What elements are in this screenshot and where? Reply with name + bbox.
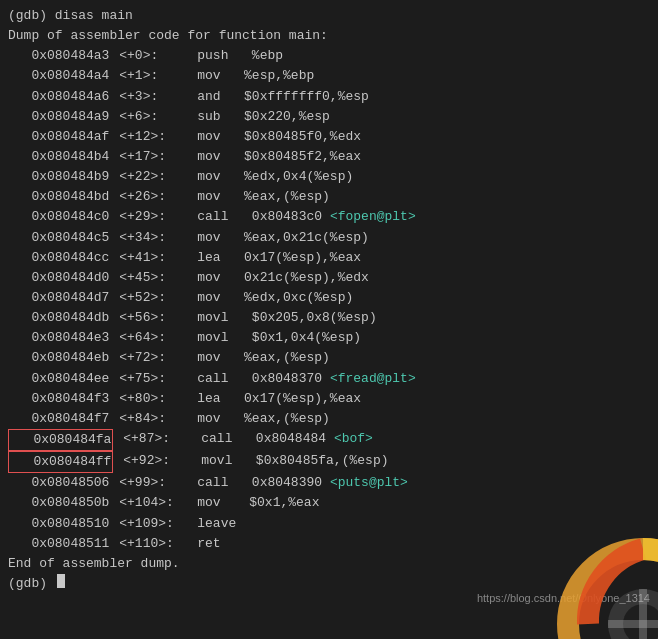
asm-line: 0x080484a3 <+0>: push %ebp <box>8 46 650 66</box>
asm-address: 0x080484eb <box>8 348 109 368</box>
asm-address: 0x080484ff <box>8 451 113 473</box>
asm-operand: $0x80485f2,%eax <box>221 147 361 167</box>
asm-mnemonic: mov <box>166 167 221 187</box>
asm-mnemonic: mov <box>166 348 221 368</box>
asm-mnemonic: leave <box>174 514 236 534</box>
asm-line: 0x080484cc <+41>: lea 0x17(%esp),%eax <box>8 248 650 268</box>
asm-offset: <+64>: <box>111 328 166 348</box>
asm-line: 0x080484af <+12>: mov $0x80485f0,%edx <box>8 127 650 147</box>
asm-operand: %edx,0xc(%esp) <box>221 288 354 308</box>
gdb-command-line: (gdb) disas main <box>8 6 650 26</box>
asm-line: 0x080484ee <+75>: call 0x8048370 <fread@… <box>8 369 650 389</box>
asm-mnemonic: push <box>158 46 228 66</box>
asm-mnemonic: mov <box>166 228 221 248</box>
asm-mnemonic: movl <box>166 328 228 348</box>
prompt-bottom: (gdb) <box>8 574 55 594</box>
asm-mnemonic: mov <box>166 409 221 429</box>
asm-address: 0x08048506 <box>8 473 109 493</box>
asm-offset: <+29>: <box>111 207 166 227</box>
asm-operand-addr: 0x8048390 <box>228 475 322 490</box>
cursor <box>57 574 65 588</box>
asm-operand: $0x1,%eax <box>226 493 320 513</box>
asm-operand-comment: <fread@plt> <box>322 371 416 386</box>
asm-offset: <+84>: <box>111 409 166 429</box>
asm-line: 0x080484b4 <+17>: mov $0x80485f2,%eax <box>8 147 650 167</box>
asm-operand: $0x80485fa,(%esp) <box>232 451 388 473</box>
asm-offset: <+3>: <box>111 87 158 107</box>
asm-offset: <+45>: <box>111 268 166 288</box>
asm-line: 0x08048511 <+110>: ret <box>8 534 650 554</box>
asm-mnemonic: mov <box>166 288 221 308</box>
footer-text: End of assembler dump. <box>8 554 180 574</box>
asm-line: 0x080484ff <+92>: movl $0x80485fa,(%esp) <box>8 451 650 473</box>
asm-line: 0x080484fa <+87>: call 0x8048484 <bof> <box>8 429 650 451</box>
asm-offset: <+6>: <box>111 107 158 127</box>
asm-operand: %eax,0x21c(%esp) <box>221 228 369 248</box>
asm-operand: %eax,(%esp) <box>221 348 330 368</box>
asm-address: 0x08048511 <box>8 534 109 554</box>
asm-line: 0x080484d7 <+52>: mov %edx,0xc(%esp) <box>8 288 650 308</box>
asm-mnemonic: call <box>166 473 228 493</box>
asm-operand: $0x80485f0,%edx <box>221 127 361 147</box>
watermark: https://blog.csdn.net/Onlyone_1314 <box>477 590 650 607</box>
asm-operand-comment: <fopen@plt> <box>322 209 416 224</box>
asm-address: 0x080484e3 <box>8 328 109 348</box>
footer-line: End of assembler dump. <box>8 554 650 574</box>
asm-mnemonic: mov <box>166 147 221 167</box>
asm-address: 0x080484a4 <box>8 66 109 86</box>
terminal: (gdb) disas main Dump of assembler code … <box>0 0 658 639</box>
asm-address: 0x080484a6 <box>8 87 109 107</box>
asm-offset: <+0>: <box>111 46 158 66</box>
asm-mnemonic: mov <box>166 127 221 147</box>
asm-address: 0x08048510 <box>8 514 109 534</box>
asm-address: 0x0804850b <box>8 493 109 513</box>
asm-mnemonic: ret <box>174 534 226 554</box>
asm-offset: <+34>: <box>111 228 166 248</box>
asm-operand-addr: 0x8048484 <box>232 431 326 446</box>
asm-address: 0x080484d0 <box>8 268 109 288</box>
asm-offset: <+80>: <box>111 389 166 409</box>
asm-line: 0x08048506 <+99>: call 0x8048390 <puts@p… <box>8 473 650 493</box>
asm-line: 0x080484eb <+72>: mov %eax,(%esp) <box>8 348 650 368</box>
asm-operand: $0xfffffff0,%esp <box>221 87 369 107</box>
asm-mnemonic: lea <box>166 248 221 268</box>
asm-operand: 0x17(%esp),%eax <box>221 389 361 409</box>
asm-listing: 0x080484a3 <+0>: push %ebp 0x080484a4 <+… <box>8 46 650 554</box>
asm-offset: <+52>: <box>111 288 166 308</box>
asm-mnemonic: mov <box>158 66 220 86</box>
dump-header: Dump of assembler code for function main… <box>8 26 328 46</box>
asm-offset: <+110>: <box>111 534 173 554</box>
asm-address: 0x080484d7 <box>8 288 109 308</box>
asm-operand: %esp,%ebp <box>221 66 315 86</box>
asm-line: 0x080484b9 <+22>: mov %edx,0x4(%esp) <box>8 167 650 187</box>
asm-line: 0x080484c5 <+34>: mov %eax,0x21c(%esp) <box>8 228 650 248</box>
dump-header-line: Dump of assembler code for function main… <box>8 26 650 46</box>
asm-address: 0x080484f3 <box>8 389 109 409</box>
asm-mnemonic: lea <box>166 389 221 409</box>
asm-address: 0x080484b9 <box>8 167 109 187</box>
asm-address: 0x080484db <box>8 308 109 328</box>
asm-line: 0x080484db <+56>: movl $0x205,0x8(%esp) <box>8 308 650 328</box>
asm-address: 0x080484af <box>8 127 109 147</box>
asm-line: 0x080484a4 <+1>: mov %esp,%ebp <box>8 66 650 86</box>
asm-line: 0x080484c0 <+29>: call 0x80483c0 <fopen@… <box>8 207 650 227</box>
asm-operand-comment: <bof> <box>326 431 373 446</box>
asm-operand: 0x17(%esp),%eax <box>221 248 361 268</box>
asm-offset: <+109>: <box>111 514 173 534</box>
asm-offset: <+75>: <box>111 369 166 389</box>
asm-operand-addr: 0x8048370 <box>228 371 322 386</box>
asm-line: 0x080484f7 <+84>: mov %eax,(%esp) <box>8 409 650 429</box>
asm-address: 0x080484ee <box>8 369 109 389</box>
asm-mnemonic: call <box>166 369 228 389</box>
asm-line: 0x080484a9 <+6>: sub $0x220,%esp <box>8 107 650 127</box>
asm-address: 0x080484c5 <box>8 228 109 248</box>
asm-offset: <+92>: <box>115 451 170 473</box>
gdb-prompt: (gdb) disas main <box>8 6 133 26</box>
asm-line: 0x080484d0 <+45>: mov 0x21c(%esp),%edx <box>8 268 650 288</box>
asm-offset: <+87>: <box>115 429 170 451</box>
asm-offset: <+22>: <box>111 167 166 187</box>
asm-mnemonic: movl <box>170 451 232 473</box>
asm-operand: 0x8048390 <puts@plt> <box>228 473 407 493</box>
asm-offset: <+12>: <box>111 127 166 147</box>
asm-line: 0x080484e3 <+64>: movl $0x1,0x4(%esp) <box>8 328 650 348</box>
